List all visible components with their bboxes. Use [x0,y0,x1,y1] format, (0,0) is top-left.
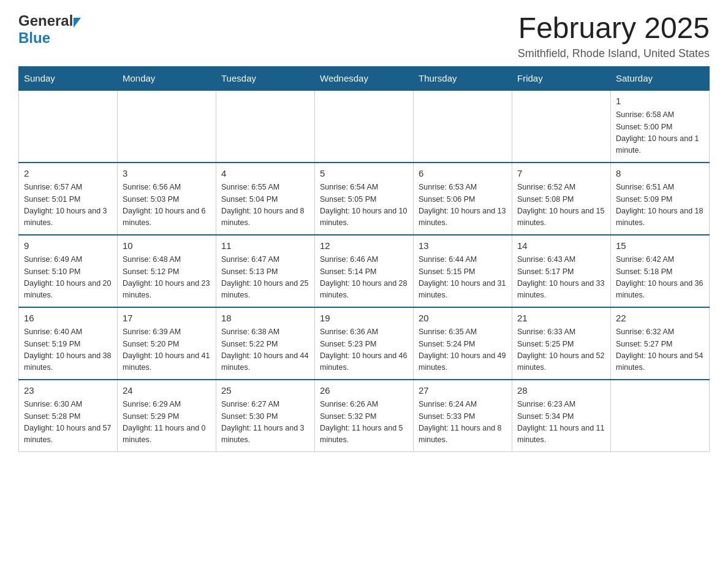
weekday-header-wednesday: Wednesday [315,66,414,90]
day-number: 17 [123,312,211,326]
day-number: 9 [24,239,112,253]
day-number: 24 [123,384,211,398]
day-number: 11 [221,239,309,253]
day-info: Sunrise: 6:42 AM Sunset: 5:18 PM Dayligh… [616,254,704,302]
calendar-cell: 13Sunrise: 6:44 AM Sunset: 5:15 PM Dayli… [414,235,512,307]
calendar-cell: 8Sunrise: 6:51 AM Sunset: 5:09 PM Daylig… [611,163,710,235]
day-number: 10 [123,239,211,253]
weekday-header-sunday: Sunday [19,66,118,90]
day-number: 7 [517,167,605,181]
weekday-header-tuesday: Tuesday [216,66,315,90]
calendar-cell: 17Sunrise: 6:39 AM Sunset: 5:20 PM Dayli… [118,307,216,380]
day-info: Sunrise: 6:52 AM Sunset: 5:08 PM Dayligh… [517,182,605,229]
day-info: Sunrise: 6:47 AM Sunset: 5:13 PM Dayligh… [221,254,309,302]
calendar-cell: 24Sunrise: 6:29 AM Sunset: 5:29 PM Dayli… [118,380,216,452]
day-info: Sunrise: 6:26 AM Sunset: 5:32 PM Dayligh… [320,399,408,446]
day-info: Sunrise: 6:23 AM Sunset: 5:34 PM Dayligh… [517,399,605,446]
calendar-cell: 7Sunrise: 6:52 AM Sunset: 5:08 PM Daylig… [512,163,611,235]
day-info: Sunrise: 6:36 AM Sunset: 5:23 PM Dayligh… [320,326,408,374]
day-info: Sunrise: 6:46 AM Sunset: 5:14 PM Dayligh… [320,254,408,302]
month-title: February 2025 [518,12,710,45]
day-info: Sunrise: 6:33 AM Sunset: 5:25 PM Dayligh… [517,326,605,374]
week-row-2: 2Sunrise: 6:57 AM Sunset: 5:01 PM Daylig… [19,163,710,235]
day-number: 15 [616,239,704,253]
page-header: General Blue February 2025 Smithfield, R… [18,12,710,60]
calendar-cell: 12Sunrise: 6:46 AM Sunset: 5:14 PM Dayli… [315,235,414,307]
calendar-cell: 26Sunrise: 6:26 AM Sunset: 5:32 PM Dayli… [315,380,414,452]
title-area: February 2025 Smithfield, Rhode Island, … [518,12,710,60]
calendar-cell [118,90,216,163]
day-number: 3 [123,167,211,181]
calendar-cell: 4Sunrise: 6:55 AM Sunset: 5:04 PM Daylig… [216,163,315,235]
location-subtitle: Smithfield, Rhode Island, United States [518,47,710,60]
calendar-cell [414,90,512,163]
day-info: Sunrise: 6:39 AM Sunset: 5:20 PM Dayligh… [123,326,211,374]
calendar-cell: 11Sunrise: 6:47 AM Sunset: 5:13 PM Dayli… [216,235,315,307]
day-info: Sunrise: 6:48 AM Sunset: 5:12 PM Dayligh… [123,254,211,302]
day-info: Sunrise: 6:56 AM Sunset: 5:03 PM Dayligh… [123,182,211,229]
calendar-cell [19,90,118,163]
logo-blue-text: Blue [18,29,50,46]
week-row-3: 9Sunrise: 6:49 AM Sunset: 5:10 PM Daylig… [19,235,710,307]
logo-general-text: General [18,12,73,29]
week-row-5: 23Sunrise: 6:30 AM Sunset: 5:28 PM Dayli… [19,380,710,452]
week-row-1: 1Sunrise: 6:58 AM Sunset: 5:00 PM Daylig… [19,90,710,163]
day-info: Sunrise: 6:40 AM Sunset: 5:19 PM Dayligh… [24,326,112,374]
day-info: Sunrise: 6:43 AM Sunset: 5:17 PM Dayligh… [517,254,605,302]
day-info: Sunrise: 6:49 AM Sunset: 5:10 PM Dayligh… [24,254,112,302]
calendar-cell: 21Sunrise: 6:33 AM Sunset: 5:25 PM Dayli… [512,307,611,380]
day-info: Sunrise: 6:55 AM Sunset: 5:04 PM Dayligh… [221,182,309,229]
day-number: 4 [221,167,309,181]
day-number: 1 [616,94,704,109]
day-info: Sunrise: 6:54 AM Sunset: 5:05 PM Dayligh… [320,182,408,229]
calendar-table: SundayMondayTuesdayWednesdayThursdayFrid… [18,66,710,452]
calendar-cell: 16Sunrise: 6:40 AM Sunset: 5:19 PM Dayli… [19,307,118,380]
day-info: Sunrise: 6:30 AM Sunset: 5:28 PM Dayligh… [24,399,112,446]
calendar-cell: 18Sunrise: 6:38 AM Sunset: 5:22 PM Dayli… [216,307,315,380]
calendar-cell: 28Sunrise: 6:23 AM Sunset: 5:34 PM Dayli… [512,380,611,452]
day-number: 13 [419,239,507,253]
logo: General Blue [18,12,81,47]
day-info: Sunrise: 6:29 AM Sunset: 5:29 PM Dayligh… [123,399,211,446]
week-row-4: 16Sunrise: 6:40 AM Sunset: 5:19 PM Dayli… [19,307,710,380]
calendar-cell [512,90,611,163]
weekday-header-monday: Monday [118,66,216,90]
day-number: 8 [616,167,704,181]
calendar-cell: 3Sunrise: 6:56 AM Sunset: 5:03 PM Daylig… [118,163,216,235]
day-number: 27 [419,384,507,398]
calendar-cell: 20Sunrise: 6:35 AM Sunset: 5:24 PM Dayli… [414,307,512,380]
day-number: 6 [419,167,507,181]
calendar-cell: 25Sunrise: 6:27 AM Sunset: 5:30 PM Dayli… [216,380,315,452]
day-number: 23 [24,384,112,398]
day-info: Sunrise: 6:53 AM Sunset: 5:06 PM Dayligh… [419,182,507,229]
day-number: 22 [616,312,704,326]
logo-arrow-icon [74,18,81,28]
calendar-cell: 23Sunrise: 6:30 AM Sunset: 5:28 PM Dayli… [19,380,118,452]
weekday-header-saturday: Saturday [611,66,710,90]
day-number: 12 [320,239,408,253]
calendar-cell: 14Sunrise: 6:43 AM Sunset: 5:17 PM Dayli… [512,235,611,307]
calendar-cell [611,380,710,452]
calendar-cell: 10Sunrise: 6:48 AM Sunset: 5:12 PM Dayli… [118,235,216,307]
calendar-cell: 22Sunrise: 6:32 AM Sunset: 5:27 PM Dayli… [611,307,710,380]
weekday-header-row: SundayMondayTuesdayWednesdayThursdayFrid… [19,66,710,90]
calendar-cell: 19Sunrise: 6:36 AM Sunset: 5:23 PM Dayli… [315,307,414,380]
calendar-cell: 6Sunrise: 6:53 AM Sunset: 5:06 PM Daylig… [414,163,512,235]
day-number: 21 [517,312,605,326]
day-number: 26 [320,384,408,398]
day-info: Sunrise: 6:57 AM Sunset: 5:01 PM Dayligh… [24,182,112,229]
day-number: 2 [24,167,112,181]
calendar-cell: 27Sunrise: 6:24 AM Sunset: 5:33 PM Dayli… [414,380,512,452]
day-info: Sunrise: 6:38 AM Sunset: 5:22 PM Dayligh… [221,326,309,374]
day-number: 5 [320,167,408,181]
day-number: 14 [517,239,605,253]
calendar-cell [315,90,414,163]
day-info: Sunrise: 6:27 AM Sunset: 5:30 PM Dayligh… [221,399,309,446]
day-number: 19 [320,312,408,326]
calendar-cell: 9Sunrise: 6:49 AM Sunset: 5:10 PM Daylig… [19,235,118,307]
day-number: 25 [221,384,309,398]
day-info: Sunrise: 6:24 AM Sunset: 5:33 PM Dayligh… [419,399,507,446]
day-info: Sunrise: 6:35 AM Sunset: 5:24 PM Dayligh… [419,326,507,374]
day-number: 18 [221,312,309,326]
calendar-cell: 15Sunrise: 6:42 AM Sunset: 5:18 PM Dayli… [611,235,710,307]
